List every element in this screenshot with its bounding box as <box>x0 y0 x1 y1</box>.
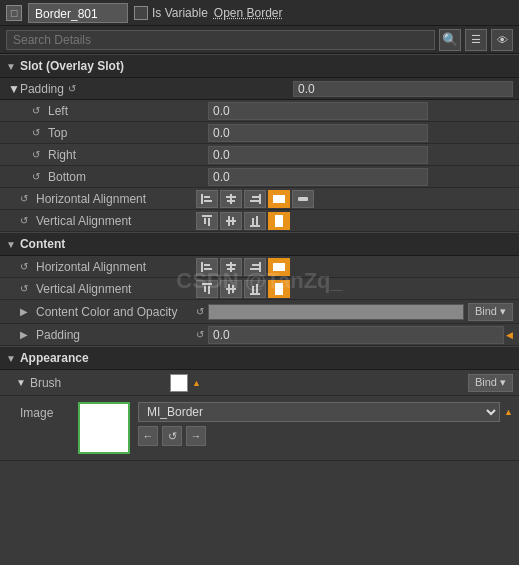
bottom-reset-icon[interactable]: ↺ <box>28 169 44 185</box>
v-align-2-bottom-btn[interactable] <box>244 280 266 298</box>
is-variable-wrapper: Is Variable <box>134 6 208 20</box>
svg-rect-18 <box>252 218 254 226</box>
right-input[interactable] <box>208 146 428 164</box>
h-align-2-reset-icon[interactable]: ↺ <box>16 259 32 275</box>
padding-2-input[interactable] <box>208 326 504 344</box>
search-button[interactable]: 🔍 <box>439 29 461 51</box>
appearance-section-header[interactable]: ▼ Appearance <box>0 346 519 370</box>
v-align-2-reset-icon[interactable]: ↺ <box>16 281 32 297</box>
padding-2-reset-icon[interactable]: ↺ <box>196 329 204 340</box>
svg-rect-32 <box>204 286 206 292</box>
content-color-expand-icon[interactable]: ▶ <box>16 304 32 320</box>
h-align-2-left-btn[interactable] <box>196 258 218 276</box>
h-align-2-right-btn[interactable] <box>244 258 266 276</box>
svg-rect-8 <box>250 200 260 202</box>
top-reset-icon[interactable]: ↺ <box>28 125 44 141</box>
slot-section-label: Slot (Overlay Slot) <box>20 59 124 73</box>
svg-rect-38 <box>252 286 254 294</box>
padding-2-expand-icon[interactable]: ▶ <box>16 327 32 343</box>
h-align-1-custom-btn[interactable] <box>292 190 314 208</box>
appearance-section-label: Appearance <box>20 351 89 365</box>
title-input[interactable]: Border_801 <box>28 3 128 23</box>
top-label: Top <box>48 126 208 140</box>
h-align-1-center-btn[interactable] <box>220 190 242 208</box>
svg-rect-34 <box>226 288 236 290</box>
open-border-button[interactable]: Open Border <box>214 6 283 20</box>
v-align-1-center-btn[interactable] <box>220 212 242 230</box>
svg-rect-11 <box>202 215 212 217</box>
image-refresh-btn[interactable]: ↺ <box>162 426 182 446</box>
svg-rect-27 <box>259 262 261 272</box>
h-align-1-fill-btn[interactable] <box>268 190 290 208</box>
padding-reset-icon[interactable]: ↺ <box>68 83 76 94</box>
svg-rect-29 <box>250 268 260 270</box>
brush-label: Brush <box>30 376 170 390</box>
brush-arrow: ▲ <box>192 378 201 388</box>
v-align-1-reset-icon[interactable]: ↺ <box>16 213 32 229</box>
svg-rect-7 <box>252 196 260 198</box>
h-align-1-label: Horizontal Alignment <box>36 192 196 206</box>
svg-rect-31 <box>202 283 212 285</box>
is-variable-label: Is Variable <box>152 6 208 20</box>
h-align-2-fill-btn[interactable] <box>268 258 290 276</box>
v-align-1-top-btn[interactable] <box>196 212 218 230</box>
search-input[interactable] <box>6 30 435 50</box>
padding-input[interactable]: 0.0 <box>293 81 513 97</box>
svg-rect-30 <box>273 263 285 271</box>
padding-right-row: ↺ Right <box>0 144 519 166</box>
v-align-1-bottom-btn[interactable] <box>244 212 266 230</box>
image-dropdown-row: MI_Border ▲ <box>138 402 513 422</box>
padding-sub-header[interactable]: ▼ Padding ↺ 0.0 <box>0 78 519 100</box>
v-align-2-fill-btn[interactable] <box>268 280 290 298</box>
svg-rect-25 <box>226 264 236 266</box>
padding-label: Padding <box>20 82 64 96</box>
list-view-button[interactable]: ☰ <box>465 29 487 51</box>
h-align-1-right-btn[interactable] <box>244 190 266 208</box>
brush-expand-icon[interactable]: ▼ <box>16 377 26 388</box>
svg-rect-21 <box>201 262 203 272</box>
image-navigate-left-btn[interactable]: ← <box>138 426 158 446</box>
content-color-swatch[interactable] <box>208 304 464 320</box>
svg-rect-24 <box>230 262 232 272</box>
image-navigate-right-btn[interactable]: → <box>186 426 206 446</box>
left-label: Left <box>48 104 208 118</box>
svg-rect-16 <box>232 217 234 225</box>
h-align-1-reset-icon[interactable]: ↺ <box>16 191 32 207</box>
content-color-reset-icon[interactable]: ↺ <box>196 306 204 317</box>
content-color-label: Content Color and Opacity <box>36 305 196 319</box>
brush-color-preview[interactable] <box>170 374 188 392</box>
left-input[interactable] <box>208 102 428 120</box>
padding-top-row: ↺ Top <box>0 122 519 144</box>
svg-rect-1 <box>204 196 210 198</box>
eye-view-button[interactable]: 👁 <box>491 29 513 51</box>
bottom-label: Bottom <box>48 170 208 184</box>
svg-rect-19 <box>256 216 258 226</box>
content-color-row: ▶ Content Color and Opacity ↺ Bind ▾ <box>0 300 519 324</box>
bottom-input[interactable] <box>208 168 428 186</box>
right-reset-icon[interactable]: ↺ <box>28 147 44 163</box>
v-align-2-center-btn[interactable] <box>220 280 242 298</box>
h-align-2-center-btn[interactable] <box>220 258 242 276</box>
svg-rect-33 <box>208 286 210 294</box>
svg-rect-35 <box>228 284 230 294</box>
image-dropdown[interactable]: MI_Border <box>138 402 500 422</box>
brush-bind-button[interactable]: Bind ▾ <box>468 374 513 392</box>
image-label-col: Image <box>20 402 70 420</box>
top-input[interactable] <box>208 124 428 142</box>
left-reset-icon[interactable]: ↺ <box>28 103 44 119</box>
v-alignment-2-row: ↺ Vertical Alignment <box>0 278 519 300</box>
image-thumbnail[interactable] <box>78 402 130 454</box>
content-color-bind-button[interactable]: Bind ▾ <box>468 303 513 321</box>
image-area: Image MI_Border ▲ ← ↺ → <box>0 396 519 461</box>
v-align-1-fill-btn[interactable] <box>268 212 290 230</box>
h-align-1-left-btn[interactable] <box>196 190 218 208</box>
content-arrow-icon: ▼ <box>6 239 16 250</box>
search-bar: 🔍 ☰ 👁 <box>0 26 519 54</box>
v-align-2-top-btn[interactable] <box>196 280 218 298</box>
image-label: Image <box>20 406 53 420</box>
svg-rect-40 <box>275 283 283 295</box>
content-section-header[interactable]: ▼ Content <box>0 232 519 256</box>
slot-section-header[interactable]: ▼ Slot (Overlay Slot) <box>0 54 519 78</box>
v-align-1-buttons <box>196 212 290 230</box>
is-variable-checkbox[interactable] <box>134 6 148 20</box>
